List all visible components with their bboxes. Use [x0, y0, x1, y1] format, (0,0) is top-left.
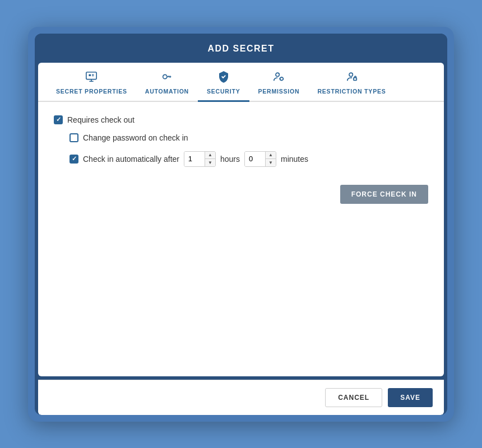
security-tab-content: ✓ Requires check out Change password on … — [38, 102, 444, 376]
svg-point-6 — [280, 77, 284, 80]
tab-restriction-types-label: RESTRICTION TYPES — [317, 88, 386, 95]
change-password-label: Change password on check in — [83, 133, 188, 142]
tab-restriction-types[interactable]: RESTRICTION TYPES — [308, 63, 395, 102]
svg-rect-0 — [86, 72, 96, 79]
hours-label: hours — [220, 155, 240, 164]
save-button[interactable]: SAVE — [388, 388, 433, 407]
force-check-in-button[interactable]: FORCE CHECK IN — [340, 185, 428, 204]
requires-checkout-row: ✓ Requires check out — [54, 115, 428, 124]
svg-rect-1 — [89, 74, 91, 76]
auto-checkin-label: Check in automatically after — [83, 155, 179, 164]
dialog-footer: CANCEL SAVE — [38, 380, 444, 415]
hours-input[interactable] — [184, 151, 205, 167]
minutes-input-wrapper: ▲ ▼ — [244, 151, 276, 167]
minutes-spinner: ▲ ▼ — [265, 151, 276, 167]
key-icon — [161, 71, 173, 86]
svg-point-4 — [163, 74, 167, 78]
minutes-label: minutes — [281, 155, 308, 164]
auto-check-mark: ✓ — [72, 155, 77, 162]
svg-point-7 — [349, 73, 352, 76]
tab-secret-properties-label: SECRET PROPERTIES — [56, 88, 127, 95]
change-password-checkbox[interactable] — [69, 133, 78, 142]
force-checkin-row: FORCE CHECK IN — [54, 176, 428, 204]
svg-rect-2 — [92, 74, 94, 74]
tab-security[interactable]: SECURITY — [198, 63, 249, 102]
person-settings-icon — [272, 71, 285, 86]
cancel-button[interactable]: CANCEL — [325, 388, 382, 407]
tab-permission[interactable]: PERMISSION — [249, 63, 309, 102]
svg-rect-3 — [92, 75, 94, 76]
check-mark: ✓ — [56, 116, 61, 123]
hours-spinner: ▲ ▼ — [205, 151, 215, 167]
monitor-icon — [85, 71, 98, 86]
change-password-row: Change password on check in — [69, 133, 428, 142]
dialog-title: ADD SECRET — [207, 44, 274, 53]
svg-point-5 — [276, 73, 279, 76]
tab-automation[interactable]: AUTOMATION — [136, 63, 198, 102]
shield-icon — [217, 71, 230, 86]
dialog-title-bar: ADD SECRET — [35, 34, 447, 63]
hours-input-wrapper: ▲ ▼ — [184, 151, 216, 167]
dialog-shadow: ADD SECRET SECRET — [28, 27, 454, 422]
tab-secret-properties[interactable]: SECRET PROPERTIES — [47, 63, 136, 102]
tab-security-label: SECURITY — [207, 88, 240, 95]
tab-bar: SECRET PROPERTIES AUTOMATION — [38, 63, 444, 102]
requires-checkout-checkbox[interactable]: ✓ — [54, 115, 63, 124]
tab-permission-label: PERMISSION — [258, 88, 300, 95]
auto-checkin-checkbox[interactable]: ✓ — [69, 155, 78, 164]
hours-decrement[interactable]: ▼ — [205, 159, 215, 167]
minutes-decrement[interactable]: ▼ — [266, 159, 276, 167]
minutes-increment[interactable]: ▲ — [266, 151, 276, 159]
dialog-body: SECRET PROPERTIES AUTOMATION — [38, 63, 444, 376]
hours-increment[interactable]: ▲ — [205, 151, 215, 159]
person-lock-icon — [346, 71, 358, 86]
tab-automation-label: AUTOMATION — [145, 88, 189, 95]
requires-checkout-label: Requires check out — [67, 115, 135, 124]
minutes-input[interactable] — [245, 151, 265, 167]
svg-rect-8 — [353, 77, 356, 80]
auto-checkin-row: ✓ Check in automatically after ▲ ▼ hours — [69, 151, 428, 167]
dialog: ADD SECRET SECRET — [35, 34, 447, 415]
